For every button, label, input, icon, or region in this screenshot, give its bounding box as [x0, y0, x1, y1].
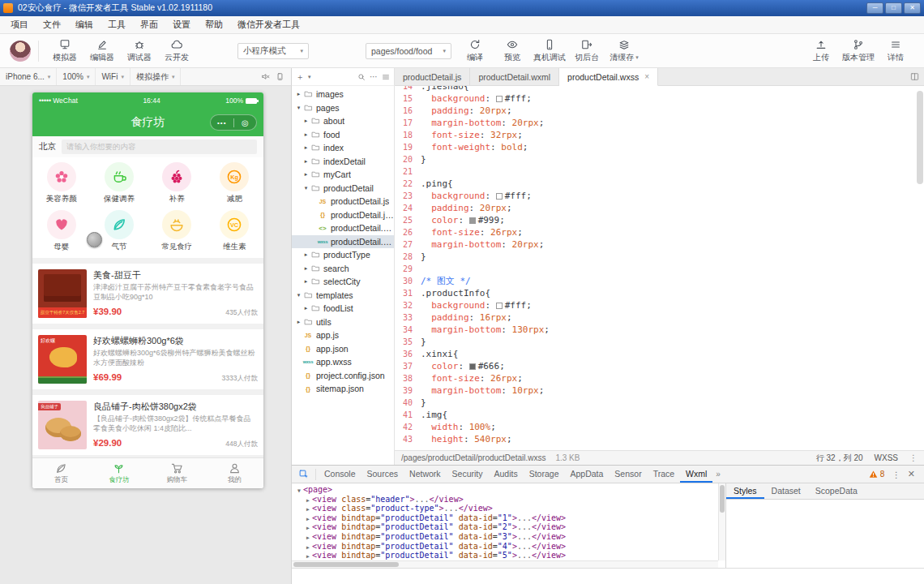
styles-tab-Styles[interactable]: Styles — [726, 483, 764, 499]
scrollbar-thumb[interactable] — [720, 485, 725, 513]
tree-item-productDetail.js[interactable]: JSproductDetail.js — [292, 195, 394, 208]
tree-item-about[interactable]: ▸about — [292, 114, 394, 128]
split-editor-icon[interactable] — [905, 68, 924, 85]
category-母婴[interactable]: 母婴 — [32, 210, 90, 252]
wxml-node[interactable]: ▶<view class="product-type">...</view> — [293, 504, 717, 513]
more-icon[interactable]: ⋯ — [370, 73, 378, 81]
category-美容养颜[interactable]: 美容养颜 — [32, 162, 90, 204]
menu-item-帮助[interactable]: 帮助 — [198, 16, 230, 33]
code-line[interactable]: 35} — [395, 336, 924, 348]
add-file-icon[interactable]: ＋ — [296, 73, 304, 81]
rotate-device-button[interactable] — [276, 72, 284, 81]
editor-tab-productDetail.js[interactable]: productDetail.js — [395, 68, 470, 85]
styles-tab-ScopeData[interactable]: ScopeData — [808, 483, 865, 499]
code-line[interactable]: 19 font-weight: bold; — [395, 141, 924, 153]
sim-control-iPhone 6...[interactable]: iPhone 6...▾ — [0, 68, 57, 85]
code-line[interactable]: 40} — [395, 397, 924, 409]
close-icon[interactable]: × — [644, 72, 649, 81]
wxml-node[interactable]: ▶<view bindtap="productDetail" data-id="… — [293, 513, 717, 523]
minimize-button[interactable]: ─ — [866, 2, 883, 14]
code-line[interactable]: 28} — [395, 251, 924, 263]
code-line[interactable]: 17 margin-bottom: 20rpx; — [395, 117, 924, 129]
close-icon[interactable]: ✕ — [908, 469, 915, 479]
tree-item-templates[interactable]: ▾templates — [292, 289, 394, 303]
devtools-tab-Security[interactable]: Security — [447, 466, 489, 483]
menu-item-工具[interactable]: 工具 — [101, 16, 133, 33]
code-line[interactable]: 22.ping{ — [395, 178, 924, 190]
product-card[interactable]: 好欢螺好欢螺螺蛳粉300g*6袋好欢螺螺蛳粉300g*6袋柳州特产螺狮粉美食螺丝… — [32, 329, 263, 389]
toolbar-button-simulator[interactable]: 模拟器 — [46, 36, 83, 67]
wxml-node[interactable]: ▶<view bindtap="productDetail" data-id="… — [293, 542, 717, 552]
code-line[interactable]: 25 color: #999; — [395, 214, 924, 226]
code-line[interactable]: 14.jieshao{ — [395, 86, 924, 92]
tree-item-app.js[interactable]: JSapp.js — [292, 328, 394, 342]
devtools-tab-Console[interactable]: Console — [319, 466, 361, 483]
tree-item-index[interactable]: ▸index — [292, 141, 394, 155]
menu-item-微信开发者工具[interactable]: 微信开发者工具 — [230, 16, 307, 33]
toolbar-button-background[interactable]: 切后台 — [568, 36, 605, 67]
wxml-vertical-scrollbar[interactable] — [718, 483, 725, 560]
tree-item-project.config.json[interactable]: {}project.config.json — [292, 369, 394, 383]
menu-item-文件[interactable]: 文件 — [36, 16, 68, 33]
code-line[interactable]: 30/* 图文 */ — [395, 275, 924, 287]
code-line[interactable]: 26 font-size: 26rpx; — [395, 226, 924, 238]
page-path-select[interactable]: pages/food/food ▾ — [366, 43, 451, 59]
code-line[interactable]: 20} — [395, 153, 924, 165]
category-维生素[interactable]: VC维生素 — [206, 210, 263, 252]
simulator-drag-button[interactable] — [87, 232, 102, 247]
tree-item-foodList[interactable]: ▸foodList — [292, 302, 394, 316]
toolbar-button-remote[interactable]: 真机调试 — [531, 36, 568, 67]
miniapp-tab-我的[interactable]: 我的 — [206, 458, 263, 488]
more-tabs-icon[interactable]: » — [712, 470, 724, 479]
code-editor[interactable]: 14.jieshao{15 background: #fff;16 paddin… — [395, 86, 924, 450]
tree-item-productDetail.wxss[interactable]: wxssproductDetail.wxss — [292, 235, 394, 249]
tree-item-productDetail.wxml[interactable]: <>productDetail.wxml — [292, 221, 394, 235]
wxml-node[interactable]: ▶<view class="header">...</view> — [293, 495, 717, 505]
miniapp-tab-购物车[interactable]: 购物车 — [148, 458, 206, 488]
city-selector[interactable]: 北京 — [39, 141, 56, 152]
code-line[interactable]: 41.img{ — [395, 409, 924, 421]
category-保健调养[interactable]: 保健调养 — [90, 162, 148, 204]
menu-icon[interactable] — [382, 73, 390, 81]
sim-control-模拟操作[interactable]: 模拟操作▾ — [130, 68, 182, 85]
code-line[interactable]: 16 padding: 20rpx; — [395, 105, 924, 117]
mute-button[interactable] — [261, 72, 270, 81]
toolbar-button-details[interactable]: 详情 — [877, 36, 914, 67]
toolbar-button-upload[interactable]: 上传 — [802, 36, 840, 67]
tree-item-sitemap.json[interactable]: {}sitemap.json — [292, 382, 394, 396]
tree-item-productDetail[interactable]: ▾productDetail — [292, 182, 394, 195]
caret-down-icon[interactable]: ▾ — [308, 74, 311, 79]
search-icon[interactable] — [357, 73, 366, 81]
code-line[interactable]: 32 background: #fff; — [395, 299, 924, 311]
devtools-tab-Network[interactable]: Network — [404, 466, 447, 483]
miniapp-tab-食疗坊[interactable]: 食疗坊 — [90, 458, 148, 488]
code-line[interactable]: 36.xinxi{ — [395, 348, 924, 360]
wxml-node[interactable]: ▶<view bindtap="productDetail" data-id="… — [293, 551, 717, 560]
category-常见食疗[interactable]: 常见食疗 — [148, 210, 206, 252]
exit-icon[interactable]: ◎ — [234, 118, 257, 127]
code-line[interactable]: 18 font-size: 32rpx; — [395, 129, 924, 141]
devtools-tab-Sources[interactable]: Sources — [361, 466, 404, 483]
sim-control-WiFi[interactable]: WiFi▾ — [96, 68, 130, 85]
code-line[interactable]: 33 padding: 16rpx; — [395, 311, 924, 324]
maximize-button[interactable]: □ — [885, 2, 902, 14]
styles-tab-Dataset[interactable]: Dataset — [764, 483, 808, 499]
menu-item-编辑[interactable]: 编辑 — [68, 16, 101, 33]
code-line[interactable]: 27 margin-bottom: 20rpx; — [395, 238, 924, 251]
toolbar-button-editor[interactable]: 编辑器 — [83, 36, 121, 67]
devtools-tab-AppData[interactable]: AppData — [564, 466, 609, 483]
editor-scrollbar[interactable] — [916, 86, 924, 450]
inspect-element-icon[interactable] — [295, 470, 313, 479]
tree-item-pages[interactable]: ▾pages — [292, 101, 394, 115]
chevron-down-icon[interactable]: ▼ — [295, 487, 303, 496]
menu-item-界面[interactable]: 界面 — [133, 16, 165, 33]
menu-item-项目[interactable]: 项目 — [3, 16, 36, 33]
sim-control-100%[interactable]: 100%▾ — [57, 68, 96, 85]
devtools-tab-Wxml[interactable]: Wxml — [680, 466, 712, 483]
code-line[interactable]: 39 margin-bottom: 10rpx; — [395, 384, 924, 397]
tree-item-productDetail.json[interactable]: {}productDetail.json — [292, 208, 394, 222]
scrollbar-thumb[interactable] — [917, 91, 923, 184]
toolbar-button-debugger[interactable]: 调试器 — [121, 36, 158, 67]
miniapp-tab-首页[interactable]: 首页 — [32, 458, 90, 488]
category-补养[interactable]: 补养 — [148, 162, 206, 204]
